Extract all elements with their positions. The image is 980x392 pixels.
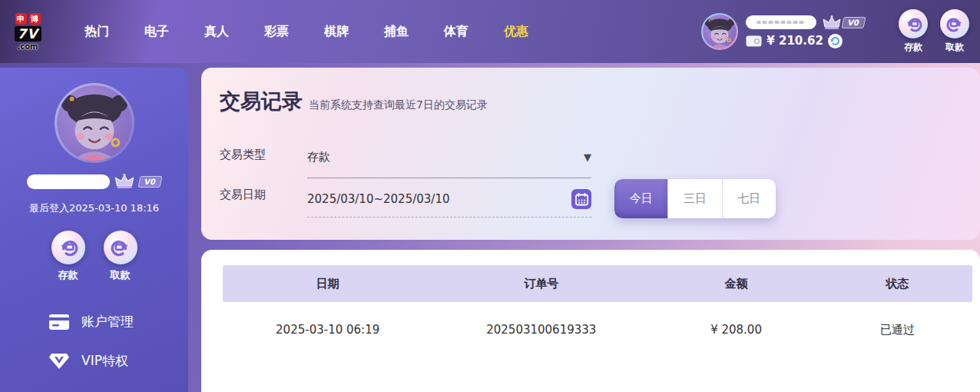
nav-item-hot[interactable]: 热门 xyxy=(73,16,121,48)
deposit-icon xyxy=(899,9,928,38)
results-panel: 日期 订单号 金额 状态 2025-03-10 06:19 2025031006… xyxy=(201,250,980,392)
col-header-order: 订单号 xyxy=(432,277,650,291)
col-header-date: 日期 xyxy=(223,277,432,291)
logo-badges: 申 博 xyxy=(15,13,41,25)
crown-icon xyxy=(114,174,134,189)
date-range-tabs: 今日 三日 七日 xyxy=(614,179,776,218)
transactions-table: 日期 订单号 金额 状态 2025-03-10 06:19 2025031006… xyxy=(223,265,972,357)
sidebar-quick-actions: 存款 取款 xyxy=(0,231,188,282)
sidebar-avatar xyxy=(55,83,134,163)
avatar-image xyxy=(57,85,132,161)
col-header-status: 状态 xyxy=(823,277,972,291)
main-content: 交易记录 当前系统支持查询最近7日的交易记录 交易类型 存款 ▼ 交易日期 20… xyxy=(201,68,980,392)
deposit-icon xyxy=(51,231,85,264)
logo-badge-shen: 申 xyxy=(15,13,27,25)
tab-seven-days[interactable]: 七日 xyxy=(723,179,776,218)
nav-item-slots[interactable]: 电子 xyxy=(133,16,180,48)
nav-item-live[interactable]: 真人 xyxy=(193,16,240,48)
deposit-button[interactable]: 存款 xyxy=(51,231,85,282)
wallet-icon xyxy=(746,35,762,47)
withdraw-button[interactable]: 取款 xyxy=(104,231,137,282)
table-row: 2025-03-10 06:19 202503100619333 ¥ 208.0… xyxy=(223,302,972,357)
transaction-type-label: 交易类型 xyxy=(220,148,266,162)
last-login-text: 最后登入2025-03-10 18:16 xyxy=(0,201,188,215)
withdraw-button[interactable]: 取款 xyxy=(940,9,969,54)
withdraw-label: 取款 xyxy=(945,41,964,54)
vip-diamond-icon xyxy=(49,353,69,370)
transaction-type-value: 存款 xyxy=(307,150,584,164)
user-avatar[interactable] xyxy=(701,13,738,50)
navbar-user-area: V0 ¥ 210.62 存款 xyxy=(701,0,980,63)
balance-amount: ¥ 210.62 xyxy=(766,34,823,48)
cell-amount: ¥ 208.00 xyxy=(650,323,822,337)
chevron-down-icon: ▼ xyxy=(584,151,591,163)
vip-level-badge: V0 xyxy=(138,176,163,188)
nav-item-chess[interactable]: 棋牌 xyxy=(313,16,360,48)
transaction-records-page: { "navbar": { "logo": { "badge1": "申", "… xyxy=(0,0,980,392)
avatar-image xyxy=(703,15,737,48)
nav-item-promotions[interactable]: 优惠 xyxy=(492,16,540,48)
user-info: V0 ¥ 210.62 xyxy=(746,15,865,48)
calendar-icon[interactable] xyxy=(571,189,591,209)
tab-today[interactable]: 今日 xyxy=(614,179,668,218)
sidebar-user-row: V0 xyxy=(0,174,188,189)
navbar-quick-actions: 存款 取款 xyxy=(899,9,969,54)
transaction-date-input[interactable]: 2025/03/10~2025/03/10 xyxy=(307,181,591,218)
logo-badge-bo: 博 xyxy=(29,13,41,25)
cell-status: 已通过 xyxy=(823,323,972,337)
withdraw-label: 取款 xyxy=(111,268,131,282)
deposit-label: 存款 xyxy=(904,41,922,54)
cell-date: 2025-03-10 06:19 xyxy=(223,323,432,337)
sidebar-item-vip[interactable]: VIP特权 xyxy=(0,341,188,380)
username-masked xyxy=(27,174,110,189)
card-icon xyxy=(49,314,69,330)
nav-item-sports[interactable]: 体育 xyxy=(432,16,480,48)
sidebar-item-red-packet[interactable]: 红利红包 xyxy=(0,380,188,392)
deposit-label: 存款 xyxy=(58,268,78,282)
vip-tag: V0 xyxy=(823,15,865,30)
crown-icon xyxy=(823,15,841,30)
table-header: 日期 订单号 金额 状态 xyxy=(223,265,972,302)
refresh-balance-icon[interactable] xyxy=(828,34,843,48)
logo-com: .com xyxy=(17,43,38,51)
main-nav: 热门 电子 真人 彩票 棋牌 捕鱼 体育 优惠 xyxy=(67,16,546,48)
page-subtitle: 当前系统支持查询最近7日的交易记录 xyxy=(309,98,488,112)
transaction-date-value: 2025/03/10~2025/03/10 xyxy=(307,192,571,206)
withdraw-icon xyxy=(940,9,969,38)
nav-item-fishing[interactable]: 捕鱼 xyxy=(372,16,420,48)
top-navbar: 申 博 7V .com 热门 电子 真人 彩票 棋牌 捕鱼 体育 优惠 V0 xyxy=(0,0,980,63)
cell-order: 202503100619333 xyxy=(432,323,650,337)
filter-panel: 交易记录 当前系统支持查询最近7日的交易记录 交易类型 存款 ▼ 交易日期 20… xyxy=(201,68,980,240)
tab-three-days[interactable]: 三日 xyxy=(668,179,722,218)
sidebar: V0 最后登入2025-03-10 18:16 存款 取款 账户管理 xyxy=(0,68,188,392)
menu-label: VIP特权 xyxy=(81,352,128,370)
vip-level-badge: V0 xyxy=(842,17,866,28)
menu-label: 账户管理 xyxy=(81,313,134,331)
site-logo[interactable]: 申 博 7V .com xyxy=(7,13,48,51)
logo-7v: 7V xyxy=(15,26,41,42)
col-header-amount: 金额 xyxy=(650,277,822,291)
sidebar-menu: 账户管理 VIP特权 红利红包 xyxy=(0,302,188,392)
transaction-date-label: 交易日期 xyxy=(220,188,266,202)
nav-item-lottery[interactable]: 彩票 xyxy=(253,16,300,48)
withdraw-icon xyxy=(104,231,137,264)
username-masked xyxy=(746,15,816,29)
deposit-button[interactable]: 存款 xyxy=(899,9,928,54)
page-title: 交易记录 xyxy=(220,88,303,115)
sidebar-item-account[interactable]: 账户管理 xyxy=(0,302,188,341)
transaction-type-select[interactable]: 存款 ▼ xyxy=(307,137,591,178)
